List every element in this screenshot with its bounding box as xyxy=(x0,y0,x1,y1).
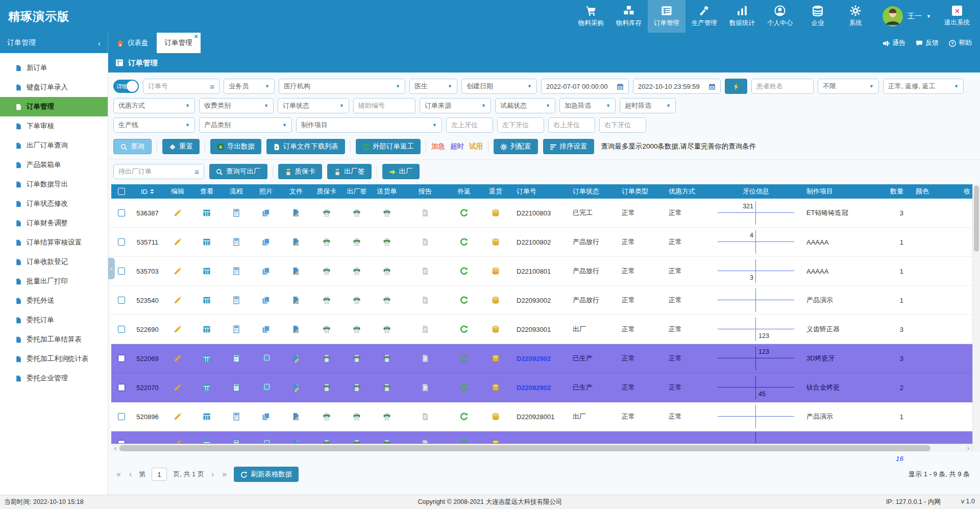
copy-icon[interactable] xyxy=(262,383,270,392)
col-check[interactable] xyxy=(111,184,132,199)
printer-icon[interactable] xyxy=(383,440,391,444)
pencil-icon[interactable] xyxy=(174,267,182,276)
printer-icon[interactable] xyxy=(323,325,331,334)
make-item-select[interactable]: 制作项目▼ xyxy=(296,117,442,133)
coins-icon[interactable] xyxy=(492,354,500,363)
flowdoc-icon[interactable] xyxy=(232,354,240,363)
copy-icon[interactable] xyxy=(262,267,270,276)
copy-icon[interactable] xyxy=(262,440,270,444)
prev-page-button[interactable]: ‹ xyxy=(128,470,133,479)
pencil-icon[interactable] xyxy=(174,296,182,305)
table-row[interactable]: 535703D22100801产品放行正常正常3AAAAA1 xyxy=(111,257,972,286)
table-row[interactable] xyxy=(111,431,972,444)
creturn-icon[interactable] xyxy=(460,383,468,392)
printer-icon[interactable] xyxy=(383,413,391,421)
tryin-status-select[interactable]: 试戴状态▼ xyxy=(495,98,555,113)
vertical-scrollbar[interactable] xyxy=(972,184,980,452)
fee-type-select[interactable]: 收费类别▼ xyxy=(199,98,274,113)
pagepencil-icon[interactable] xyxy=(292,296,300,305)
scroll-right-icon[interactable]: › xyxy=(964,444,972,452)
printer-icon[interactable] xyxy=(353,296,361,305)
row-checkbox[interactable] xyxy=(118,297,125,304)
sort-config-button[interactable]: 排序设置 xyxy=(543,139,594,154)
flowdoc-icon[interactable] xyxy=(232,383,240,392)
printer-icon[interactable] xyxy=(353,354,361,363)
copy-icon[interactable] xyxy=(262,296,270,305)
first-page-button[interactable]: « xyxy=(115,470,122,479)
sidebar-collapse-icon[interactable]: ‹ xyxy=(98,39,101,47)
pagepencil-icon[interactable] xyxy=(292,267,300,276)
topnav-personal-center[interactable]: 个人中心 xyxy=(761,0,799,33)
printer-icon[interactable] xyxy=(383,267,391,276)
pencil-icon[interactable] xyxy=(174,238,182,247)
urgent-link[interactable]: 加急 xyxy=(431,142,445,151)
topnav-order-management[interactable]: 订单管理 xyxy=(648,0,685,33)
product-type-select[interactable]: 产品类别▼ xyxy=(199,117,292,133)
sidebar-item-factory-order-query[interactable]: 出厂订单查询 xyxy=(0,136,108,155)
printer-icon[interactable] xyxy=(353,267,361,276)
patient-name-input[interactable]: 患者姓名 xyxy=(751,79,814,94)
row-checkbox[interactable] xyxy=(118,413,125,420)
pencil-icon[interactable] xyxy=(174,440,182,444)
row-checkbox[interactable] xyxy=(118,209,125,216)
report-icon[interactable] xyxy=(421,354,429,363)
urgent-filter-select[interactable]: 加急筛选▼ xyxy=(559,98,616,113)
overtime-link[interactable]: 超时 xyxy=(450,142,464,151)
grid-icon[interactable] xyxy=(203,354,211,363)
grid-icon[interactable] xyxy=(203,238,211,247)
sidebar-item-batch-factory-print[interactable]: 批量出厂打印 xyxy=(0,272,108,291)
external-rework-button[interactable]: 外部订单返工 xyxy=(356,139,421,154)
report-icon[interactable] xyxy=(421,383,429,392)
table-row[interactable]: 522069D22092902已生产正常正常1233D烤瓷牙3 xyxy=(111,344,972,373)
query-ready-button[interactable]: 查询可出厂 xyxy=(209,164,267,179)
printer-icon[interactable] xyxy=(323,209,331,217)
coins-icon[interactable] xyxy=(492,383,500,392)
printer-icon[interactable] xyxy=(353,413,361,421)
table-row[interactable]: 522070D22092902已生产正常正常45钛合金烤瓷2 xyxy=(111,373,972,402)
sidebar-item-new-order[interactable]: 新订单 xyxy=(0,58,108,78)
hscroll-thumb[interactable] xyxy=(119,445,930,451)
table-row[interactable]: 536387D22100803已完工正常正常321ET钴铬铸造冠3 xyxy=(111,199,972,228)
production-line-select[interactable]: 生产线▼ xyxy=(113,117,195,133)
report-icon[interactable] xyxy=(421,238,429,247)
tab-dashboard[interactable]: 仪表盘 xyxy=(108,33,157,53)
printer-icon[interactable] xyxy=(383,296,391,305)
copy-icon[interactable] xyxy=(262,413,270,421)
next-page-button[interactable]: › xyxy=(210,470,215,479)
report-icon[interactable] xyxy=(421,413,429,421)
grid-icon[interactable] xyxy=(203,296,211,305)
coins-icon[interactable] xyxy=(492,209,500,217)
report-icon[interactable] xyxy=(421,440,429,444)
overtime-filter-select[interactable]: 超时筛选▼ xyxy=(620,98,676,113)
pencil-icon[interactable] xyxy=(174,209,182,217)
topnav-enterprise[interactable]: 企业 xyxy=(799,0,837,33)
copy-icon[interactable] xyxy=(262,354,270,363)
doctor-select[interactable]: 医生▼ xyxy=(409,79,457,94)
hscroll-track[interactable] xyxy=(119,444,964,452)
printer-icon[interactable] xyxy=(383,325,391,334)
user-box[interactable]: 王一 ▼ xyxy=(883,6,931,27)
copy-icon[interactable] xyxy=(262,209,270,217)
order-source-select[interactable]: 订单来源▼ xyxy=(420,98,491,113)
row-checkbox[interactable] xyxy=(118,440,125,444)
printer-icon[interactable] xyxy=(323,238,331,247)
row-checkbox[interactable] xyxy=(118,326,125,333)
pagepencil-icon[interactable] xyxy=(292,383,300,392)
feedback-link[interactable]: 反馈 xyxy=(916,38,939,47)
table-row[interactable]: 535711D22100802产品放行正常正常4AAAAA1 xyxy=(111,228,972,257)
pagepencil-icon[interactable] xyxy=(292,325,300,334)
creturn-icon[interactable] xyxy=(460,440,468,444)
aux-no-input[interactable]: 辅助编号 xyxy=(353,98,415,113)
creturn-icon[interactable] xyxy=(460,267,468,276)
panel-collapse-handle[interactable]: ‹ xyxy=(108,258,115,279)
tab-close-icon[interactable]: ✕ xyxy=(194,34,198,39)
row-checkbox[interactable] xyxy=(118,355,125,362)
coins-icon[interactable] xyxy=(492,267,500,276)
row-checkbox[interactable] xyxy=(118,268,125,275)
pencil-icon[interactable] xyxy=(174,325,182,334)
grid-icon[interactable] xyxy=(203,383,211,392)
creturn-icon[interactable] xyxy=(460,209,468,217)
creturn-icon[interactable] xyxy=(460,296,468,305)
warranty-card-button[interactable]: 质保卡 xyxy=(278,164,323,179)
topnav-production-management[interactable]: 生产管理 xyxy=(685,0,723,33)
